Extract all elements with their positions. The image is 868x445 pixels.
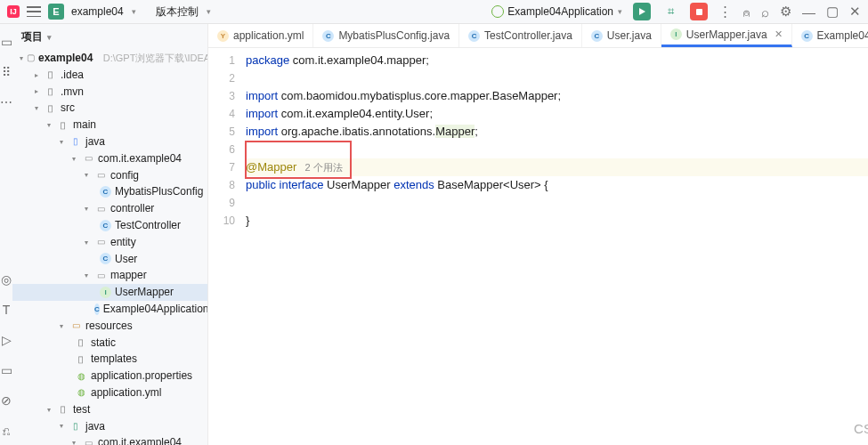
sidebar-header[interactable]: 项目 ▾ [12,24,207,50]
project-badge[interactable]: E [48,4,64,20]
tree-item[interactable]: ▾▭entity [12,234,207,251]
editor-tab[interactable]: CUser.java [582,24,661,47]
tree-item[interactable]: ▾▭resources [12,318,207,335]
tree-item[interactable]: ▾main [12,117,207,134]
class-icon: C [94,303,100,315]
folder-icon [75,336,87,349]
close-icon[interactable]: ✕ [849,4,861,20]
root-path: D:\GPT浏览器下载\IDEA代码\日常代码 [103,52,207,65]
tree-item[interactable]: ▾▯java [12,134,207,150]
file-type-icon: C [801,30,813,42]
run-tool-icon[interactable]: ▷ [2,333,12,347]
code-content[interactable]: package com.it.example04.mapper; import … [246,48,868,445]
terminal-icon[interactable]: T [3,303,11,317]
project-sidebar: 项目 ▾ ▾example04 D:\GPT浏览器下载\IDEA代码\日常代码 … [12,24,208,445]
project-name[interactable]: example04 [71,5,124,18]
run-button[interactable] [633,3,651,20]
structure-tool-icon[interactable]: ⠿ [2,65,11,79]
folder-icon [45,85,57,98]
tree-item[interactable]: CExample04Application [12,301,207,318]
editor-tab[interactable]: IUserMapper.java✕ [661,24,792,47]
close-tab-icon[interactable]: ✕ [775,28,783,40]
tree-item-selected[interactable]: IUserMapper [12,284,207,301]
folder-icon [45,102,57,115]
vcs-menu[interactable]: 版本控制 [156,4,199,20]
project-tree[interactable]: ▾example04 D:\GPT浏览器下载\IDEA代码\日常代码 ▸.ide… [12,50,207,445]
file-type-icon: Y [217,30,229,42]
folder-icon [45,69,57,81]
tree-item[interactable]: ▾▯java [12,418,207,435]
tree-item[interactable]: ▾▭com.it.example04 [12,434,207,445]
chevron-down-icon: ▾ [47,33,52,42]
chevron-down-icon[interactable]: ▾ [207,7,211,16]
tree-item[interactable]: ◍application.properties [12,368,207,384]
folder-icon [57,119,69,132]
tree-item[interactable]: templates [12,351,207,368]
vcs-tool-icon[interactable]: ⎌ [3,424,10,438]
class-icon: C [100,186,111,198]
tree-item[interactable]: ▾▭controller [12,200,207,217]
spring-props-icon: ◍ [75,370,87,383]
editor-tab[interactable]: CTestController.java [459,24,582,47]
stop-button[interactable] [690,3,708,20]
gutter: 12345678910 [208,48,246,445]
tree-item[interactable]: ▾▭mapper [12,267,207,284]
spring-icon [491,5,504,18]
chevron-down-icon[interactable]: ▾ [132,7,136,16]
menu-icon[interactable] [27,6,41,17]
package-icon: ▭ [82,437,94,445]
package-icon: ▭ [82,152,94,165]
maximize-icon[interactable]: ▢ [826,4,839,20]
run-config-selector[interactable]: Example04Application ▾ [491,5,622,18]
module-icon [27,52,35,64]
resources-icon: ▭ [69,320,82,332]
tree-item[interactable]: ▾▭com.it.example04 [12,150,207,167]
java-folder-icon: ▯ [69,135,82,148]
services-icon[interactable]: ◎ [1,272,12,287]
more-icon[interactable]: ⋮ [718,4,732,20]
tree-item[interactable]: static [12,335,207,352]
tab-label: MybatisPlusConfig.java [338,29,450,42]
package-icon: ▭ [94,203,107,215]
editor-tabs: Yapplication.ymlCMybatisPlusConfig.javaC… [208,24,868,48]
sidebar-title: 项目 [21,29,43,44]
tree-item[interactable]: ▾▭config [12,167,207,184]
tree-item[interactable]: ◍application.yml [12,384,207,401]
tree-item[interactable]: ▾test [12,401,207,418]
interface-icon: I [100,287,111,298]
editor-tab[interactable]: Yapplication.yml [208,24,313,47]
more-tool-icon[interactable]: ⋯ [0,95,12,109]
project-tool-icon[interactable]: ▭ [1,35,12,49]
package-icon: ▭ [94,169,107,182]
test-java-icon: ▯ [69,420,82,433]
problems-icon[interactable]: ⊘ [1,393,12,408]
left-toolbar: ▭ ⠿ ⋯ ◎ T ▷ ▭ ⊘ ⎌ [0,24,12,445]
file-type-icon: C [468,30,480,42]
file-type-icon: I [670,28,682,40]
folder-icon [75,353,87,366]
search-icon[interactable]: ⌕ [761,4,769,20]
tree-item[interactable]: ▸.mvn [12,84,207,101]
spring-yml-icon: ◍ [75,386,87,399]
tree-item[interactable]: CUser [12,251,207,268]
tree-item[interactable]: ▸.idea [12,67,207,84]
editor-tab[interactable]: CExample04Application.ja [792,24,868,47]
settings-icon[interactable]: ⚙ [780,4,791,20]
minimize-icon[interactable]: — [802,4,815,20]
tree-item[interactable]: CTestController [12,217,207,234]
titlebar: IJ E example04 ▾ 版本控制 ▾ Example04Applica… [0,0,868,24]
tree-item[interactable]: CMybatisPlusConfig [12,183,207,200]
folder-icon [57,403,69,416]
debug-button[interactable] [661,3,679,20]
code-area[interactable]: 12345678910 package com.it.example04.map… [208,48,868,445]
root-label: example04 [38,51,93,66]
tab-label: TestController.java [484,29,572,42]
file-type-icon: C [591,30,603,42]
code-with-me-icon[interactable]: ⍝ [742,4,750,20]
tree-root[interactable]: ▾example04 D:\GPT浏览器下载\IDEA代码\日常代码 [12,50,207,67]
tree-item[interactable]: ▾src [12,100,207,117]
tab-label: application.yml [233,29,304,42]
chevron-down-icon: ▾ [618,7,622,16]
editor-tab[interactable]: CMybatisPlusConfig.java [313,24,459,47]
build-tool-icon[interactable]: ▭ [1,363,12,377]
